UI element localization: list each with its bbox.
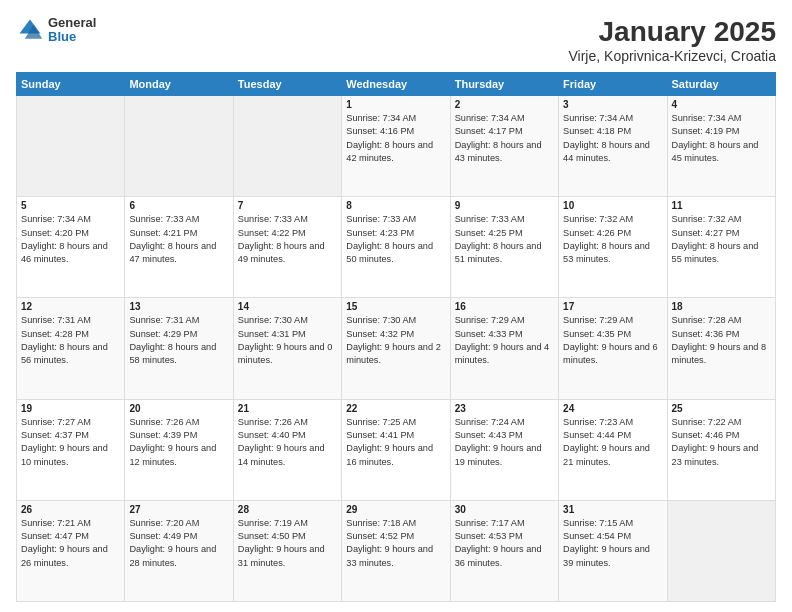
calendar-cell xyxy=(17,96,125,197)
day-info: Sunrise: 7:34 AM Sunset: 4:16 PM Dayligh… xyxy=(346,112,445,165)
day-number: 31 xyxy=(563,504,662,515)
logo: General Blue xyxy=(16,16,96,45)
week-row-4: 19Sunrise: 7:27 AM Sunset: 4:37 PM Dayli… xyxy=(17,399,776,500)
day-header-wednesday: Wednesday xyxy=(342,73,450,96)
day-number: 2 xyxy=(455,99,554,110)
day-info: Sunrise: 7:29 AM Sunset: 4:33 PM Dayligh… xyxy=(455,314,554,367)
calendar-cell: 10Sunrise: 7:32 AM Sunset: 4:26 PM Dayli… xyxy=(559,197,667,298)
day-number: 15 xyxy=(346,301,445,312)
page: General Blue January 2025 Virje, Koprivn… xyxy=(0,0,792,612)
day-number: 21 xyxy=(238,403,337,414)
week-row-1: 1Sunrise: 7:34 AM Sunset: 4:16 PM Daylig… xyxy=(17,96,776,197)
calendar-cell: 5Sunrise: 7:34 AM Sunset: 4:20 PM Daylig… xyxy=(17,197,125,298)
day-info: Sunrise: 7:26 AM Sunset: 4:40 PM Dayligh… xyxy=(238,416,337,469)
calendar-cell: 30Sunrise: 7:17 AM Sunset: 4:53 PM Dayli… xyxy=(450,500,558,601)
calendar-cell: 23Sunrise: 7:24 AM Sunset: 4:43 PM Dayli… xyxy=(450,399,558,500)
calendar-cell: 22Sunrise: 7:25 AM Sunset: 4:41 PM Dayli… xyxy=(342,399,450,500)
calendar-title: January 2025 xyxy=(569,16,776,48)
day-info: Sunrise: 7:26 AM Sunset: 4:39 PM Dayligh… xyxy=(129,416,228,469)
day-info: Sunrise: 7:33 AM Sunset: 4:22 PM Dayligh… xyxy=(238,213,337,266)
day-info: Sunrise: 7:20 AM Sunset: 4:49 PM Dayligh… xyxy=(129,517,228,570)
day-info: Sunrise: 7:34 AM Sunset: 4:17 PM Dayligh… xyxy=(455,112,554,165)
day-info: Sunrise: 7:27 AM Sunset: 4:37 PM Dayligh… xyxy=(21,416,120,469)
day-number: 23 xyxy=(455,403,554,414)
day-info: Sunrise: 7:18 AM Sunset: 4:52 PM Dayligh… xyxy=(346,517,445,570)
day-info: Sunrise: 7:23 AM Sunset: 4:44 PM Dayligh… xyxy=(563,416,662,469)
calendar-cell: 19Sunrise: 7:27 AM Sunset: 4:37 PM Dayli… xyxy=(17,399,125,500)
calendar-header-row: SundayMondayTuesdayWednesdayThursdayFrid… xyxy=(17,73,776,96)
day-number: 28 xyxy=(238,504,337,515)
day-number: 25 xyxy=(672,403,771,414)
day-number: 7 xyxy=(238,200,337,211)
day-number: 12 xyxy=(21,301,120,312)
day-number: 11 xyxy=(672,200,771,211)
calendar-subtitle: Virje, Koprivnica-Krizevci, Croatia xyxy=(569,48,776,64)
day-info: Sunrise: 7:25 AM Sunset: 4:41 PM Dayligh… xyxy=(346,416,445,469)
day-info: Sunrise: 7:33 AM Sunset: 4:21 PM Dayligh… xyxy=(129,213,228,266)
day-number: 4 xyxy=(672,99,771,110)
day-info: Sunrise: 7:32 AM Sunset: 4:26 PM Dayligh… xyxy=(563,213,662,266)
calendar-cell xyxy=(125,96,233,197)
day-info: Sunrise: 7:34 AM Sunset: 4:20 PM Dayligh… xyxy=(21,213,120,266)
day-number: 17 xyxy=(563,301,662,312)
logo-blue-text: Blue xyxy=(48,30,96,44)
day-number: 26 xyxy=(21,504,120,515)
day-info: Sunrise: 7:24 AM Sunset: 4:43 PM Dayligh… xyxy=(455,416,554,469)
day-info: Sunrise: 7:29 AM Sunset: 4:35 PM Dayligh… xyxy=(563,314,662,367)
day-info: Sunrise: 7:31 AM Sunset: 4:29 PM Dayligh… xyxy=(129,314,228,367)
header: General Blue January 2025 Virje, Koprivn… xyxy=(16,16,776,64)
calendar-cell: 7Sunrise: 7:33 AM Sunset: 4:22 PM Daylig… xyxy=(233,197,341,298)
calendar-cell: 31Sunrise: 7:15 AM Sunset: 4:54 PM Dayli… xyxy=(559,500,667,601)
calendar-table: SundayMondayTuesdayWednesdayThursdayFrid… xyxy=(16,72,776,602)
calendar-cell: 28Sunrise: 7:19 AM Sunset: 4:50 PM Dayli… xyxy=(233,500,341,601)
calendar-cell: 20Sunrise: 7:26 AM Sunset: 4:39 PM Dayli… xyxy=(125,399,233,500)
day-info: Sunrise: 7:30 AM Sunset: 4:32 PM Dayligh… xyxy=(346,314,445,367)
day-info: Sunrise: 7:32 AM Sunset: 4:27 PM Dayligh… xyxy=(672,213,771,266)
day-number: 1 xyxy=(346,99,445,110)
day-number: 16 xyxy=(455,301,554,312)
calendar-cell: 14Sunrise: 7:30 AM Sunset: 4:31 PM Dayli… xyxy=(233,298,341,399)
calendar-cell: 26Sunrise: 7:21 AM Sunset: 4:47 PM Dayli… xyxy=(17,500,125,601)
day-number: 30 xyxy=(455,504,554,515)
day-info: Sunrise: 7:33 AM Sunset: 4:23 PM Dayligh… xyxy=(346,213,445,266)
day-number: 18 xyxy=(672,301,771,312)
day-number: 29 xyxy=(346,504,445,515)
calendar-cell: 12Sunrise: 7:31 AM Sunset: 4:28 PM Dayli… xyxy=(17,298,125,399)
calendar-cell: 15Sunrise: 7:30 AM Sunset: 4:32 PM Dayli… xyxy=(342,298,450,399)
day-info: Sunrise: 7:19 AM Sunset: 4:50 PM Dayligh… xyxy=(238,517,337,570)
calendar-cell: 9Sunrise: 7:33 AM Sunset: 4:25 PM Daylig… xyxy=(450,197,558,298)
day-number: 22 xyxy=(346,403,445,414)
day-number: 5 xyxy=(21,200,120,211)
day-number: 20 xyxy=(129,403,228,414)
day-header-thursday: Thursday xyxy=(450,73,558,96)
day-number: 27 xyxy=(129,504,228,515)
calendar-cell: 21Sunrise: 7:26 AM Sunset: 4:40 PM Dayli… xyxy=(233,399,341,500)
day-number: 8 xyxy=(346,200,445,211)
calendar-cell: 29Sunrise: 7:18 AM Sunset: 4:52 PM Dayli… xyxy=(342,500,450,601)
day-info: Sunrise: 7:34 AM Sunset: 4:19 PM Dayligh… xyxy=(672,112,771,165)
day-info: Sunrise: 7:17 AM Sunset: 4:53 PM Dayligh… xyxy=(455,517,554,570)
calendar-cell: 18Sunrise: 7:28 AM Sunset: 4:36 PM Dayli… xyxy=(667,298,775,399)
day-info: Sunrise: 7:21 AM Sunset: 4:47 PM Dayligh… xyxy=(21,517,120,570)
day-header-sunday: Sunday xyxy=(17,73,125,96)
calendar-cell xyxy=(233,96,341,197)
day-info: Sunrise: 7:22 AM Sunset: 4:46 PM Dayligh… xyxy=(672,416,771,469)
calendar-cell: 2Sunrise: 7:34 AM Sunset: 4:17 PM Daylig… xyxy=(450,96,558,197)
calendar-cell: 27Sunrise: 7:20 AM Sunset: 4:49 PM Dayli… xyxy=(125,500,233,601)
logo-icon xyxy=(16,16,44,44)
calendar-cell: 25Sunrise: 7:22 AM Sunset: 4:46 PM Dayli… xyxy=(667,399,775,500)
logo-text: General Blue xyxy=(48,16,96,45)
day-info: Sunrise: 7:30 AM Sunset: 4:31 PM Dayligh… xyxy=(238,314,337,367)
calendar-cell: 8Sunrise: 7:33 AM Sunset: 4:23 PM Daylig… xyxy=(342,197,450,298)
day-header-monday: Monday xyxy=(125,73,233,96)
calendar-cell: 16Sunrise: 7:29 AM Sunset: 4:33 PM Dayli… xyxy=(450,298,558,399)
week-row-2: 5Sunrise: 7:34 AM Sunset: 4:20 PM Daylig… xyxy=(17,197,776,298)
day-header-tuesday: Tuesday xyxy=(233,73,341,96)
day-info: Sunrise: 7:33 AM Sunset: 4:25 PM Dayligh… xyxy=(455,213,554,266)
day-number: 24 xyxy=(563,403,662,414)
day-number: 3 xyxy=(563,99,662,110)
calendar-cell: 4Sunrise: 7:34 AM Sunset: 4:19 PM Daylig… xyxy=(667,96,775,197)
day-number: 13 xyxy=(129,301,228,312)
title-block: January 2025 Virje, Koprivnica-Krizevci,… xyxy=(569,16,776,64)
logo-general-text: General xyxy=(48,16,96,30)
